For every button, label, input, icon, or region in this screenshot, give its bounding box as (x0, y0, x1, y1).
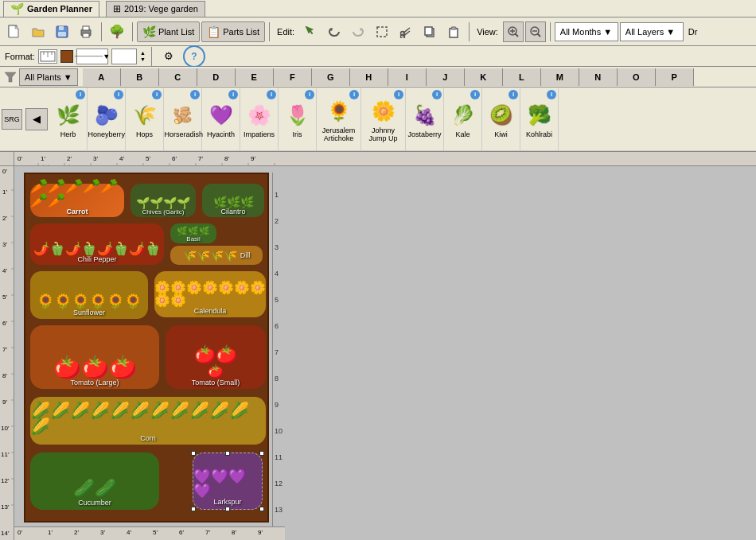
plant-item-iris[interactable]: 🌷 Iris i (279, 88, 317, 150)
plant-item-honeyberry[interactable]: 🫐 Honeyberry i (88, 88, 126, 150)
honeyberry-label: Honeyberry (88, 131, 125, 139)
svg-line-21 (515, 33, 518, 37)
honeyberry-info-badge[interactable]: i (114, 90, 123, 99)
jostaberry-info-badge[interactable]: i (432, 90, 442, 99)
all-plants-label: All Plants (25, 72, 61, 82)
handle-bl[interactable] (191, 507, 196, 511)
zoom-in-button[interactable] (503, 21, 524, 42)
plant-item-kohlrabi[interactable]: 🥦 Kohlrabi i (520, 88, 559, 150)
horseradish-image: 🫚 (169, 99, 197, 131)
new-button[interactable] (3, 21, 25, 43)
ruler-top-row: 0' 1' 2' 3' 4' 5' 6' 7' 8' 9' (0, 152, 756, 166)
impatiens-label: Impatiens (244, 131, 275, 139)
format-size-spinner[interactable]: ▲ ▼ (140, 50, 146, 63)
hops-label: Hops (136, 131, 153, 139)
format-settings-button[interactable]: ⚙ (158, 45, 180, 68)
svg-rect-4 (59, 26, 64, 30)
plant-item-horseradish[interactable]: 🫚 Horseradish i (164, 88, 202, 150)
svg-rect-5 (58, 32, 66, 37)
cucumber-bed[interactable]: 🥒🥒 Cucumber (30, 453, 159, 510)
months-chevron: ▼ (603, 27, 612, 37)
nav-back-button[interactable]: ◀ (25, 108, 48, 130)
handle-tr[interactable] (259, 451, 264, 456)
paste-button[interactable] (442, 21, 465, 43)
format-line-style[interactable]: ───── ▼ (76, 49, 108, 64)
format-size-input[interactable]: 14 (111, 49, 137, 64)
scissors-button[interactable] (395, 21, 417, 43)
months-dropdown[interactable]: All Months ▼ (555, 22, 618, 41)
garden-tab[interactable]: ⊞ 2019: Vege garden (106, 1, 205, 17)
parts-list-button[interactable]: 📋 Parts List (201, 21, 265, 42)
cilantro-bed[interactable]: 🌿🌿🌿 Cilantro (202, 184, 264, 217)
calendula-bed[interactable]: 🌼🌼🌼🌼🌼🌼🌼🌼🌼 Calendula (154, 271, 266, 317)
chili-label: Chili Pepper (77, 255, 116, 263)
open-button[interactable] (27, 21, 49, 43)
parts-list-label: Parts List (223, 27, 259, 37)
plant-item-kiwi[interactable]: 🥝 Kiwi i (482, 88, 520, 150)
chili-bed[interactable]: 🌶️🫑🌶️🫑🌶️🫑🌶️🫑 Chili Pepper (30, 223, 164, 265)
print-button[interactable] (75, 21, 97, 43)
copy-button[interactable] (419, 21, 441, 43)
plant-item-impatiens[interactable]: 🌸 Impatiens i (240, 88, 279, 150)
garden-plot[interactable]: 🥕🥕🥕🥕🥕🥕🥕 Carrot 🌱🌱🌱🌱 Chives (Garlic) 🌿🌿🌿 … (24, 173, 269, 523)
plant-list-button[interactable]: 🌿 Plant List (137, 21, 200, 42)
plant-item-johnny-jump-up[interactable]: 🌼 Johnny Jump Up i (361, 88, 406, 150)
handle-br[interactable] (259, 507, 264, 511)
format-help-button[interactable]: ? (183, 45, 205, 68)
impatiens-info-badge[interactable]: i (267, 90, 276, 99)
format-color-swatch[interactable] (60, 50, 73, 63)
app-tab[interactable]: 🌱 Garden Planner (3, 1, 99, 17)
handle-tm[interactable] (225, 451, 230, 456)
hyacinth-image: 💜 (207, 99, 236, 131)
plant-item-hops[interactable]: 🌾 Hops i (126, 88, 164, 150)
hyacinth-label: Hyacinth (207, 131, 235, 139)
hyacinth-info-badge[interactable]: i (228, 90, 238, 99)
horseradish-info-badge[interactable]: i (190, 90, 200, 99)
larkspur-bed[interactable]: 💜💜💜💜 Larkspur (193, 453, 263, 510)
iris-info-badge[interactable]: i (305, 90, 314, 99)
dill-bed[interactable]: 🌾🌾🌾🌾 Dill (170, 246, 263, 265)
format-ruler-icon[interactable] (38, 49, 57, 64)
tree-button[interactable]: 🌳 (106, 21, 128, 43)
redo-button[interactable] (347, 21, 369, 43)
handle-bm[interactable] (225, 507, 230, 511)
srg-button[interactable]: SRG (2, 109, 22, 130)
col-l: L (503, 68, 541, 86)
johnny-jump-up-info-badge[interactable]: i (394, 90, 403, 99)
hops-info-badge[interactable]: i (152, 90, 162, 99)
jerusalem-artichoke-info-badge[interactable]: i (349, 90, 359, 99)
layers-dropdown[interactable]: All Layers ▼ (620, 22, 684, 41)
tomato-small-bed[interactable]: 🍅🍅 🍅 Tomato (Small) (166, 325, 266, 389)
tomato-large-label: Tomato (Large) (70, 379, 119, 387)
carrot-bed[interactable]: 🥕🥕🥕🥕🥕🥕🥕 Carrot (30, 184, 124, 217)
kale-info-badge[interactable]: i (470, 90, 480, 99)
plant-item-hyacinth[interactable]: 💜 Hyacinth i (202, 88, 240, 150)
kale-label: Kale (455, 131, 470, 139)
plant-item-herb[interactable]: 🌿 Herb i (49, 88, 88, 150)
filter-icon[interactable] (3, 70, 18, 84)
jostaberry-label: Jostaberry (407, 131, 441, 139)
plant-item-jostaberry[interactable]: 🍇 Jostaberry i (406, 88, 444, 150)
plant-item-jerusalem-artichoke[interactable]: 🌻 Jerusalem Artichoke i (317, 88, 361, 150)
kiwi-info-badge[interactable]: i (509, 90, 518, 99)
marquee-button[interactable] (371, 21, 393, 43)
calendula-label: Calendula (194, 307, 227, 315)
col-n: N (579, 68, 618, 86)
corn-bed[interactable]: 🌽🌽🌽🌽🌽🌽🌽🌽🌽🌽🌽🌽 Corn (30, 397, 266, 445)
basil-bed[interactable]: 🌿🌿🌿 Basil (170, 223, 216, 243)
select-button[interactable] (299, 21, 321, 43)
herb-info-badge[interactable]: i (76, 90, 85, 99)
kohlrabi-info-badge[interactable]: i (547, 90, 556, 99)
all-plants-dropdown[interactable]: All Plants ▼ (19, 68, 78, 86)
zoom-out-button[interactable] (525, 21, 546, 42)
plant-item-kale[interactable]: 🥬 Kale i (444, 88, 482, 150)
chives-bed[interactable]: 🌱🌱🌱🌱 Chives (Garlic) (131, 184, 196, 217)
save-button[interactable] (51, 21, 73, 43)
undo-button[interactable] (323, 21, 345, 43)
handle-tl[interactable] (191, 451, 196, 456)
kiwi-image: 🥝 (487, 99, 516, 131)
col-e: E (236, 68, 274, 86)
col-p: P (656, 68, 694, 86)
sunflower-bed[interactable]: 🌻🌻🌻🌻🌻🌻 Sunflower (30, 271, 148, 319)
tomato-large-bed[interactable]: 🍅🍅🍅 Tomato (Large) (30, 325, 159, 389)
